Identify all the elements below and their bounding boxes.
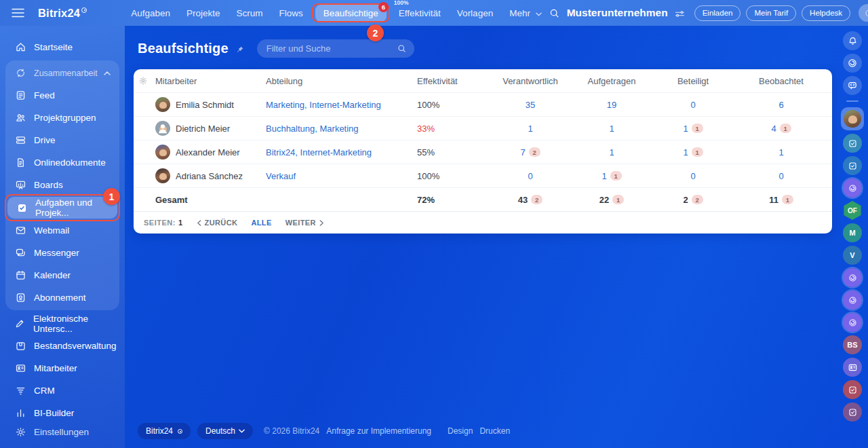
tab-projekte[interactable]: Projekte xyxy=(180,5,227,22)
assigned-count[interactable]: 1 xyxy=(601,171,606,181)
department-link[interactable]: Verkauf xyxy=(266,171,296,181)
sidebar-item-webmail[interactable]: Webmail xyxy=(5,219,119,242)
tab-scrum[interactable]: Scrum xyxy=(229,5,269,22)
footer-link-implementation[interactable]: Anfrage zur Implementierung xyxy=(326,426,431,436)
sidebar-item-messenger[interactable]: Messenger xyxy=(5,242,119,264)
tab-beaufsichtige[interactable]: Beaufsichtige xyxy=(315,5,387,22)
department-link[interactable]: Bitrix24, Internet-Marketing xyxy=(266,147,372,157)
col-verantwortlich[interactable]: Verantwortlich xyxy=(493,76,568,86)
sidebar-item-boards[interactable]: Boards xyxy=(5,174,119,196)
footer-language-select[interactable]: Deutsch xyxy=(197,423,253,439)
sidebar-item-feed[interactable]: Feed xyxy=(5,84,119,107)
involved-count[interactable]: 0 xyxy=(690,100,695,110)
sidebar-item-crm[interactable]: CRM xyxy=(0,379,125,402)
tab-vorlagen[interactable]: Vorlagen xyxy=(450,5,500,22)
chat-sync-icon[interactable] xyxy=(843,76,862,95)
col-abteilung[interactable]: Abteilung xyxy=(266,76,412,86)
rail-contacts-icon[interactable] xyxy=(843,358,862,377)
employee-name[interactable]: Dietrich Meier xyxy=(176,124,230,134)
assigned-count[interactable]: 19 xyxy=(607,100,616,110)
helpdesk-button[interactable]: Helpdesk xyxy=(802,5,850,21)
tab-effektivitaet-superscript: 100% xyxy=(394,0,409,6)
home-icon xyxy=(14,41,26,53)
sidebar-item-startseite[interactable]: Startseite xyxy=(0,36,125,58)
menu-burger-icon[interactable] xyxy=(12,8,24,18)
pagination-all[interactable]: ALLE xyxy=(251,219,271,227)
sidebar-item-abonnement[interactable]: Abonnement xyxy=(5,286,119,309)
responsible-count[interactable]: 1 xyxy=(528,124,532,134)
footer-link-design[interactable]: Design xyxy=(448,426,473,436)
col-mitarbeiter[interactable]: Mitarbeiter xyxy=(153,76,266,86)
pagination-next[interactable]: WEITER xyxy=(285,219,324,227)
department-link[interactable]: Marketing, Internet-Marketing xyxy=(266,100,381,110)
pagination-back[interactable]: ZURÜCK xyxy=(197,219,238,227)
assigned-count[interactable]: 1 xyxy=(609,124,614,134)
col-effektivitaet[interactable]: Effektivität xyxy=(412,76,493,86)
sidebar-item-aufgaben-und-projekte[interactable]: Aufgaben und Projek... xyxy=(7,197,117,219)
col-aufgetragen[interactable]: Aufgetragen xyxy=(568,76,656,86)
rail-tasks-icon[interactable] xyxy=(843,134,862,153)
pin-icon[interactable] xyxy=(235,45,245,55)
department-link[interactable]: Buchhaltung, Marketing xyxy=(266,124,359,134)
copilot-chat-icon[interactable] xyxy=(843,291,862,310)
crm-funnel-icon xyxy=(14,385,26,396)
observed-count[interactable]: 1 xyxy=(778,147,783,157)
involved-count[interactable]: 1 xyxy=(683,124,688,134)
observed-count[interactable]: 4 xyxy=(771,124,776,134)
involved-count[interactable]: 0 xyxy=(690,171,695,181)
col-beobachtet[interactable]: Beobachtet xyxy=(730,76,832,86)
notifications-bell-icon[interactable] xyxy=(843,31,862,50)
tab-effektivitaet[interactable]: 100% Effektivität xyxy=(392,5,448,22)
table-settings-gear-icon[interactable] xyxy=(134,76,153,86)
employee-name[interactable]: Emilia Schmidt xyxy=(176,100,234,110)
copilot-chat-icon[interactable] xyxy=(843,268,862,287)
rail-tasks-icon[interactable] xyxy=(843,380,862,399)
footer-link-print[interactable]: Drucken xyxy=(479,426,510,436)
sidebar-item-kalender[interactable]: Kalender xyxy=(5,264,119,286)
employee-name[interactable]: Alexander Meier xyxy=(176,147,240,157)
tab-flows[interactable]: Flows xyxy=(273,5,310,22)
bitrix24-logo[interactable]: Bitrix24 xyxy=(38,7,87,20)
copilot-icon[interactable] xyxy=(843,54,862,73)
tab-aufgaben[interactable]: Aufgaben xyxy=(124,5,177,22)
observed-count[interactable]: 6 xyxy=(778,100,783,110)
employee-name[interactable]: Adriana Sánchez xyxy=(176,171,243,181)
responsible-count[interactable]: 0 xyxy=(528,171,532,181)
sidebar-item-mitarbeiter[interactable]: Mitarbeiter xyxy=(0,357,125,379)
involved-count[interactable]: 1 xyxy=(683,147,688,157)
chevron-up-icon[interactable] xyxy=(104,71,111,75)
sidebar-item-zusammenarbeit[interactable]: Zusammenarbeit xyxy=(5,62,119,84)
sidebar-item-drive[interactable]: Drive xyxy=(5,129,119,151)
observed-count[interactable]: 0 xyxy=(778,171,783,181)
search-icon[interactable] xyxy=(549,7,560,19)
copilot-chat-icon[interactable] xyxy=(843,179,862,198)
rail-chat-bs[interactable]: BS xyxy=(843,335,862,354)
sidebar-item-einstellungen[interactable]: Einstellungen xyxy=(0,421,125,443)
tab-mehr[interactable]: Mehr xyxy=(502,5,549,22)
footer-bitrix24-button[interactable]: Bitrix24 xyxy=(138,423,191,439)
rail-chat-v[interactable]: V xyxy=(843,246,862,265)
sidebar-selected-wrap: Aufgaben und Projek... 1 xyxy=(7,197,117,219)
invite-button[interactable]: Einladen xyxy=(694,5,741,21)
my-plan-button[interactable]: Mein Tarif xyxy=(746,5,796,21)
topbar-right-controls: Musterunternehmen Einladen Mein Tarif He… xyxy=(549,4,868,22)
sidebar-item-elektronische-unterschrift[interactable]: Elektronische Untersc... xyxy=(0,312,125,335)
sidebar-item-projektgruppen[interactable]: Projektgruppen xyxy=(5,107,119,129)
rail-tasks-icon[interactable] xyxy=(843,156,862,175)
sidebar-item-onlinedokumente[interactable]: Onlinedokumente xyxy=(5,151,119,174)
col-beteiligt[interactable]: Beteiligt xyxy=(656,76,730,86)
responsible-count[interactable]: 7 xyxy=(520,147,525,157)
company-name[interactable]: Musterunternehmen xyxy=(567,7,668,19)
sidebar-item-bestandsverwaltung[interactable]: Bestandsverwaltung xyxy=(0,335,125,357)
worktime-widget[interactable]: 11:58 xyxy=(859,4,868,22)
assigned-count[interactable]: 1 xyxy=(609,147,614,157)
rail-tasks-icon[interactable] xyxy=(843,403,862,422)
filter-search-input[interactable] xyxy=(257,39,414,58)
rail-chat-of[interactable]: OF xyxy=(843,201,862,220)
rail-chat-m[interactable]: M xyxy=(843,223,862,242)
pages-label: SEITEN:1 xyxy=(144,219,183,227)
copilot-chat-icon[interactable] xyxy=(843,313,862,332)
responsible-count[interactable]: 35 xyxy=(526,100,535,110)
sliders-icon[interactable] xyxy=(675,10,685,18)
rail-user-avatar[interactable] xyxy=(841,107,864,130)
